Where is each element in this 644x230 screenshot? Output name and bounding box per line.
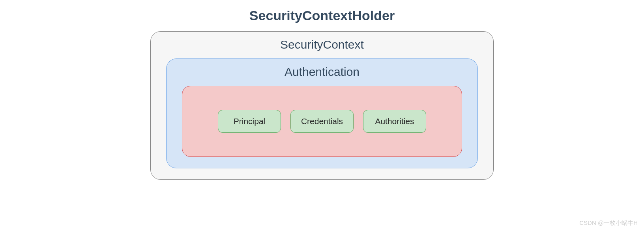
diagram-title: SecurityContextHolder <box>249 8 395 23</box>
authentication-box: Authentication Principal Credentials Aut… <box>166 58 478 168</box>
principal-box: Principal <box>218 110 281 133</box>
security-context-label: SecurityContext <box>280 38 364 51</box>
credentials-box: Credentials <box>290 110 354 133</box>
authentication-label: Authentication <box>285 65 359 79</box>
security-context-box: SecurityContext Authentication Principal… <box>150 31 494 180</box>
watermark-text: CSDN @一枚小蜗牛H <box>579 219 638 227</box>
authentication-items-container: Principal Credentials Authorities <box>182 86 462 157</box>
authorities-box: Authorities <box>363 110 426 133</box>
